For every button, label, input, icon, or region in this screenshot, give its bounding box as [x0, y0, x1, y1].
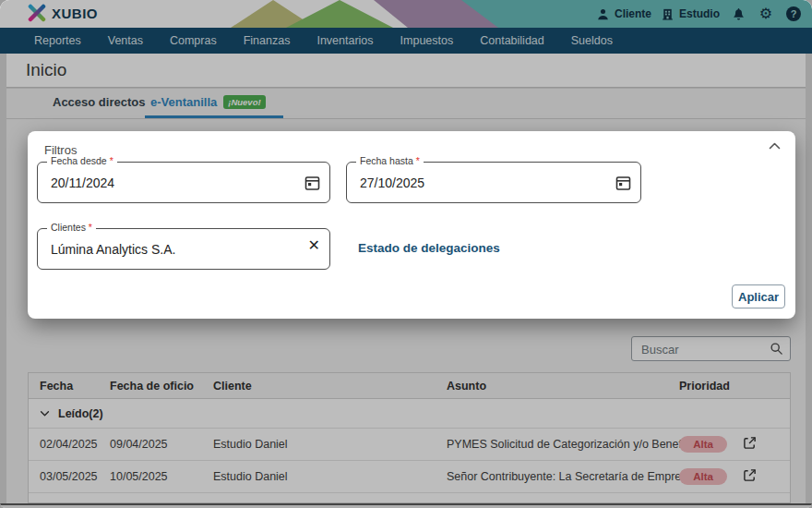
fecha-hasta-input[interactable]: [358, 164, 567, 201]
fecha-desde-field: Fecha desde *: [37, 162, 330, 203]
fecha-hasta-field: Fecha hasta *: [346, 162, 641, 203]
filters-panel: Filtros Fecha desde * Fecha hasta *: [28, 131, 795, 319]
estado-delegaciones-link[interactable]: Estado de delegaciones: [358, 241, 500, 255]
calendar-icon[interactable]: [304, 175, 320, 191]
clientes-field: Clientes * ✕: [37, 228, 330, 270]
app-window: XUBIO Cliente Estudio: [0, 0, 812, 508]
fecha-desde-input[interactable]: [49, 164, 257, 201]
calendar-icon[interactable]: [615, 175, 631, 191]
clear-icon[interactable]: ✕: [308, 238, 320, 253]
chevron-up-icon[interactable]: [769, 142, 781, 150]
clientes-input[interactable]: [49, 231, 257, 268]
apply-button[interactable]: Aplicar: [732, 284, 785, 308]
